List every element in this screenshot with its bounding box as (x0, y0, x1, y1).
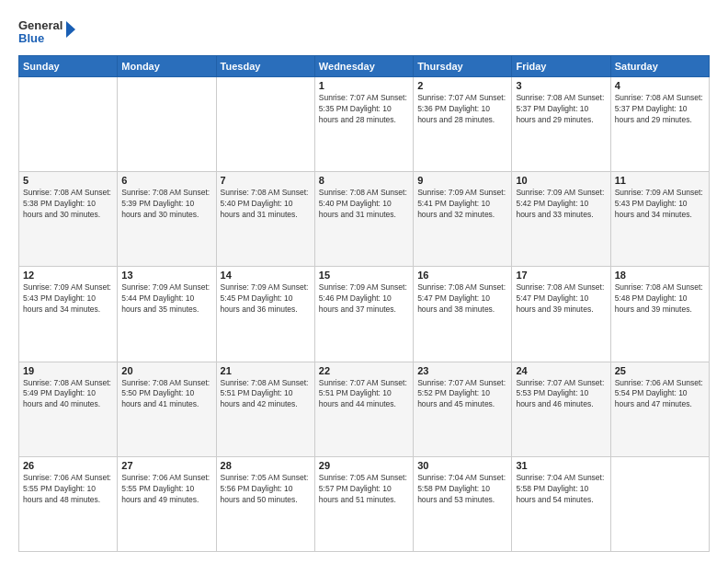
day-info: Sunrise: 7:09 AM Sunset: 5:46 PM Dayligh… (319, 282, 409, 316)
day-number: 9 (417, 175, 507, 186)
day-number: 19 (23, 365, 113, 376)
day-number: 21 (221, 365, 311, 376)
day-info: Sunrise: 7:08 AM Sunset: 5:50 PM Dayligh… (121, 378, 211, 411)
day-number: 14 (221, 270, 311, 281)
weekday-header-wednesday: Wednesday (314, 56, 413, 77)
calendar-cell: 11Sunrise: 7:09 AM Sunset: 5:43 PM Dayli… (610, 172, 709, 267)
day-number: 31 (516, 460, 606, 471)
weekday-header-saturday: Saturday (610, 56, 709, 77)
calendar-cell: 21Sunrise: 7:08 AM Sunset: 5:51 PM Dayli… (216, 362, 314, 456)
day-number: 10 (516, 175, 606, 186)
day-number: 20 (121, 365, 211, 376)
day-info: Sunrise: 7:08 AM Sunset: 5:40 PM Dayligh… (221, 188, 311, 221)
calendar-cell: 14Sunrise: 7:09 AM Sunset: 5:45 PM Dayli… (216, 267, 314, 362)
day-number: 2 (417, 80, 507, 91)
day-number: 24 (516, 365, 606, 376)
calendar-cell: 27Sunrise: 7:06 AM Sunset: 5:55 PM Dayli… (118, 456, 216, 551)
day-info: Sunrise: 7:09 AM Sunset: 5:42 PM Dayligh… (516, 188, 606, 221)
calendar-cell: 17Sunrise: 7:08 AM Sunset: 5:47 PM Dayli… (512, 267, 610, 362)
weekday-header-sunday: Sunday (19, 56, 118, 77)
calendar-cell: 7Sunrise: 7:08 AM Sunset: 5:40 PM Daylig… (216, 172, 314, 267)
calendar-cell: 29Sunrise: 7:05 AM Sunset: 5:57 PM Dayli… (314, 456, 413, 551)
day-number: 11 (615, 175, 705, 186)
day-info: Sunrise: 7:05 AM Sunset: 5:56 PM Dayligh… (221, 473, 311, 506)
day-number: 6 (121, 175, 211, 186)
weekday-header-thursday: Thursday (414, 56, 512, 77)
day-info: Sunrise: 7:08 AM Sunset: 5:39 PM Dayligh… (121, 188, 211, 221)
calendar-cell: 25Sunrise: 7:06 AM Sunset: 5:54 PM Dayli… (610, 362, 709, 456)
day-info: Sunrise: 7:08 AM Sunset: 5:48 PM Dayligh… (615, 282, 705, 316)
day-number: 8 (319, 175, 409, 186)
calendar-table: SundayMondayTuesdayWednesdayThursdayFrid… (18, 55, 710, 552)
day-number: 12 (23, 270, 113, 281)
day-number: 3 (516, 80, 606, 91)
day-info: Sunrise: 7:09 AM Sunset: 5:43 PM Dayligh… (23, 282, 113, 316)
day-info: Sunrise: 7:08 AM Sunset: 5:51 PM Dayligh… (221, 378, 311, 411)
calendar-cell: 2Sunrise: 7:07 AM Sunset: 5:36 PM Daylig… (414, 77, 512, 172)
calendar-cell: 4Sunrise: 7:08 AM Sunset: 5:37 PM Daylig… (610, 77, 709, 172)
day-number: 1 (319, 80, 409, 91)
day-info: Sunrise: 7:07 AM Sunset: 5:36 PM Dayligh… (417, 93, 507, 126)
day-number: 18 (615, 270, 705, 281)
calendar-cell: 10Sunrise: 7:09 AM Sunset: 5:42 PM Dayli… (512, 172, 610, 267)
calendar-cell: 28Sunrise: 7:05 AM Sunset: 5:56 PM Dayli… (216, 456, 314, 551)
day-number: 30 (417, 460, 507, 471)
calendar-cell (216, 77, 314, 172)
day-number: 23 (417, 365, 507, 376)
logo: GeneralBlue (18, 17, 78, 46)
day-info: Sunrise: 7:09 AM Sunset: 5:43 PM Dayligh… (615, 188, 705, 221)
day-number: 4 (615, 80, 705, 91)
day-info: Sunrise: 7:04 AM Sunset: 5:58 PM Dayligh… (417, 473, 507, 506)
calendar-cell: 26Sunrise: 7:06 AM Sunset: 5:55 PM Dayli… (19, 456, 118, 551)
calendar-cell: 8Sunrise: 7:08 AM Sunset: 5:40 PM Daylig… (314, 172, 413, 267)
calendar-cell: 3Sunrise: 7:08 AM Sunset: 5:37 PM Daylig… (512, 77, 610, 172)
day-info: Sunrise: 7:09 AM Sunset: 5:45 PM Dayligh… (221, 282, 311, 316)
calendar-cell: 13Sunrise: 7:09 AM Sunset: 5:44 PM Dayli… (118, 267, 216, 362)
day-info: Sunrise: 7:09 AM Sunset: 5:44 PM Dayligh… (121, 282, 211, 316)
day-number: 13 (121, 270, 211, 281)
day-number: 7 (221, 175, 311, 186)
day-info: Sunrise: 7:07 AM Sunset: 5:52 PM Dayligh… (417, 378, 507, 411)
svg-marker-2 (66, 21, 75, 38)
calendar-cell: 6Sunrise: 7:08 AM Sunset: 5:39 PM Daylig… (118, 172, 216, 267)
day-number: 29 (319, 460, 409, 471)
day-number: 5 (23, 175, 113, 186)
day-info: Sunrise: 7:07 AM Sunset: 5:51 PM Dayligh… (319, 378, 409, 411)
header: GeneralBlue (18, 17, 710, 46)
day-number: 22 (319, 365, 409, 376)
day-info: Sunrise: 7:08 AM Sunset: 5:47 PM Dayligh… (516, 282, 606, 316)
week-row-5: 26Sunrise: 7:06 AM Sunset: 5:55 PM Dayli… (19, 456, 710, 551)
calendar-cell: 12Sunrise: 7:09 AM Sunset: 5:43 PM Dayli… (19, 267, 118, 362)
calendar-cell: 18Sunrise: 7:08 AM Sunset: 5:48 PM Dayli… (610, 267, 709, 362)
day-number: 27 (121, 460, 211, 471)
calendar-cell: 5Sunrise: 7:08 AM Sunset: 5:38 PM Daylig… (19, 172, 118, 267)
day-number: 16 (417, 270, 507, 281)
day-info: Sunrise: 7:07 AM Sunset: 5:53 PM Dayligh… (516, 378, 606, 411)
day-info: Sunrise: 7:08 AM Sunset: 5:37 PM Dayligh… (516, 93, 606, 126)
calendar-cell: 15Sunrise: 7:09 AM Sunset: 5:46 PM Dayli… (314, 267, 413, 362)
calendar-cell: 22Sunrise: 7:07 AM Sunset: 5:51 PM Dayli… (314, 362, 413, 456)
calendar-cell: 1Sunrise: 7:07 AM Sunset: 5:35 PM Daylig… (314, 77, 413, 172)
week-row-4: 19Sunrise: 7:08 AM Sunset: 5:49 PM Dayli… (19, 362, 710, 456)
day-info: Sunrise: 7:06 AM Sunset: 5:54 PM Dayligh… (615, 378, 705, 411)
day-number: 25 (615, 365, 705, 376)
day-number: 17 (516, 270, 606, 281)
day-number: 26 (23, 460, 113, 471)
page: GeneralBlue SundayMondayTuesdayWednesday… (0, 0, 728, 563)
calendar-cell (118, 77, 216, 172)
weekday-header-tuesday: Tuesday (216, 56, 314, 77)
day-number: 28 (221, 460, 311, 471)
day-info: Sunrise: 7:09 AM Sunset: 5:41 PM Dayligh… (417, 188, 507, 221)
day-info: Sunrise: 7:08 AM Sunset: 5:49 PM Dayligh… (23, 378, 113, 411)
calendar-cell: 24Sunrise: 7:07 AM Sunset: 5:53 PM Dayli… (512, 362, 610, 456)
day-info: Sunrise: 7:06 AM Sunset: 5:55 PM Dayligh… (23, 473, 113, 506)
calendar-cell (19, 77, 118, 172)
calendar-cell: 23Sunrise: 7:07 AM Sunset: 5:52 PM Dayli… (414, 362, 512, 456)
day-info: Sunrise: 7:08 AM Sunset: 5:47 PM Dayligh… (417, 282, 507, 316)
calendar-cell: 9Sunrise: 7:09 AM Sunset: 5:41 PM Daylig… (414, 172, 512, 267)
calendar-cell (610, 456, 709, 551)
calendar-cell: 31Sunrise: 7:04 AM Sunset: 5:58 PM Dayli… (512, 456, 610, 551)
day-info: Sunrise: 7:07 AM Sunset: 5:35 PM Dayligh… (319, 93, 409, 126)
week-row-3: 12Sunrise: 7:09 AM Sunset: 5:43 PM Dayli… (19, 267, 710, 362)
day-info: Sunrise: 7:05 AM Sunset: 5:57 PM Dayligh… (319, 473, 409, 506)
